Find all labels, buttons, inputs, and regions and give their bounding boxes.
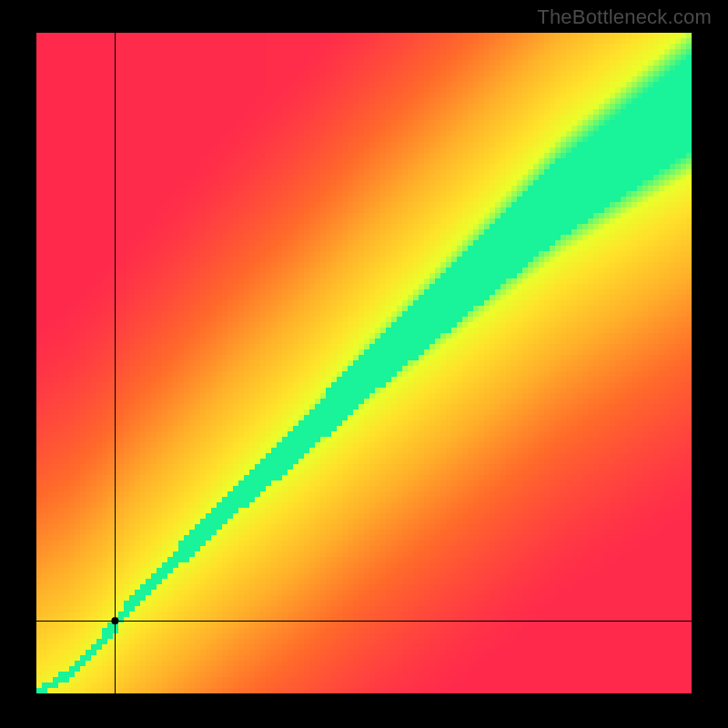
chart-container: TheBottleneck.com: [0, 0, 728, 728]
site-watermark: TheBottleneck.com: [537, 5, 712, 29]
bottleneck-heatmap: [0, 0, 728, 728]
